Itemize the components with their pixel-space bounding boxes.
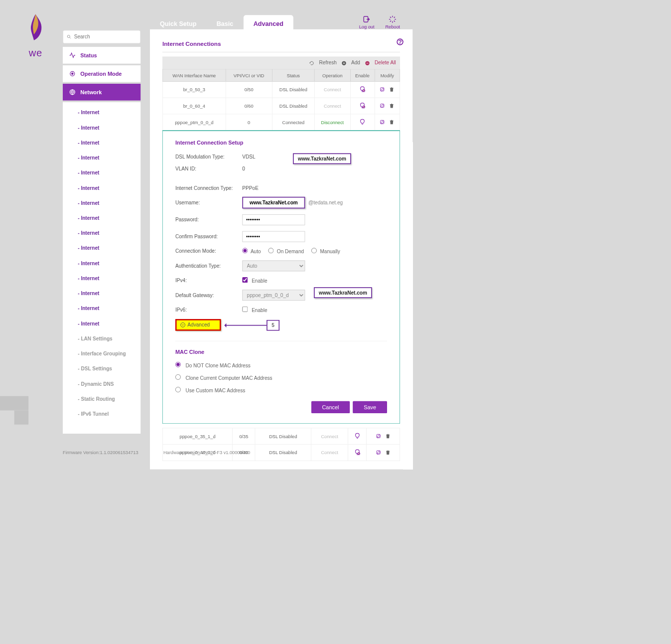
confirm-password-label: Confirm Password: bbox=[175, 234, 242, 240]
svg-point-3 bbox=[72, 73, 73, 74]
username-suffix: @tedata.net.eg bbox=[308, 200, 343, 206]
sidebar-item-internet[interactable]: Internet bbox=[78, 260, 140, 266]
edit-icon[interactable] bbox=[380, 119, 386, 125]
ipv6-enable[interactable]: Enable bbox=[242, 307, 267, 313]
password-label: Password: bbox=[175, 217, 242, 223]
search-icon bbox=[67, 34, 72, 40]
advanced-toggle[interactable]: Advanced bbox=[175, 319, 221, 331]
connection-mode-group[interactable]: Auto On Demand Manually bbox=[242, 248, 347, 254]
delete-all-button[interactable]: Delete All bbox=[365, 60, 396, 66]
brand-logo: we bbox=[21, 12, 50, 58]
table-row[interactable]: br_0_50_30/50DSL DisabledConnect bbox=[162, 81, 400, 98]
dsl-value: VDSL bbox=[242, 154, 255, 160]
save-button[interactable]: Save bbox=[353, 401, 387, 413]
sidebar-item-internet[interactable]: Internet bbox=[78, 306, 140, 312]
pulse-icon bbox=[69, 51, 76, 59]
sidebar-item-internet[interactable]: Internet bbox=[78, 185, 140, 191]
vlan-label: VLAN ID: bbox=[175, 166, 242, 172]
nav-network[interactable]: Network bbox=[63, 84, 140, 101]
nav-operation[interactable]: Operation Mode bbox=[63, 65, 140, 82]
sidebar-item[interactable]: IPv6 Tunnel bbox=[78, 411, 140, 417]
wan-table-bottom: pppoe_0_35_1_d0/35DSL DisabledConnectppp… bbox=[162, 428, 400, 461]
sidebar-item-internet[interactable]: Internet bbox=[78, 321, 140, 326]
decoration bbox=[14, 410, 29, 425]
svg-line-11 bbox=[394, 20, 395, 21]
setup-title: Internet Connection Setup bbox=[175, 140, 387, 146]
gateway-select[interactable]: pppoe_ptm_0_0_d bbox=[242, 290, 305, 301]
sidebar-item[interactable]: LAN Settings bbox=[78, 336, 140, 342]
connection-setup-panel: Internet Connection Setup DSL Modulation… bbox=[162, 130, 400, 424]
sidebar-item-internet[interactable]: Internet bbox=[78, 230, 140, 236]
refresh-button[interactable]: Refresh bbox=[309, 60, 337, 66]
enable-toggle[interactable] bbox=[350, 81, 375, 98]
firmware-version: Firmware Version:1.1.020061534713 bbox=[63, 450, 138, 455]
help-icon[interactable]: ? bbox=[397, 38, 403, 45]
enable-toggle[interactable] bbox=[350, 98, 375, 114]
trash-icon[interactable] bbox=[389, 119, 395, 125]
sidebar-item-internet[interactable]: Internet bbox=[78, 200, 140, 206]
edit-icon[interactable] bbox=[380, 103, 386, 109]
trash-icon[interactable] bbox=[389, 103, 395, 109]
hardware-version: Hardware Version:VN020-F3 v1.00000000 bbox=[163, 450, 250, 455]
conn-type-label: Internet Connection Type: bbox=[175, 185, 242, 191]
add-button[interactable]: Add bbox=[341, 60, 360, 66]
table-row[interactable]: pppoe_0_35_1_d0/35DSL DisabledConnect bbox=[162, 428, 400, 445]
svg-line-13 bbox=[394, 17, 395, 18]
username-input[interactable] bbox=[242, 197, 305, 209]
nav-status[interactable]: Status bbox=[63, 47, 140, 64]
dsl-label: DSL Modulation Type: bbox=[175, 154, 242, 160]
confirm-password-input[interactable] bbox=[242, 231, 305, 242]
table-row[interactable]: br_0_60_40/60DSL DisabledConnect bbox=[162, 98, 400, 114]
vlan-value: 0 bbox=[242, 166, 245, 172]
minus-icon bbox=[365, 61, 370, 66]
sidebar-item[interactable]: DSL Settings bbox=[78, 366, 140, 372]
sidebar-item-internet[interactable]: Internet bbox=[78, 155, 140, 161]
sidebar-item-internet[interactable]: Internet bbox=[78, 125, 140, 131]
globe-icon bbox=[69, 88, 76, 96]
reboot-button[interactable]: Reboot bbox=[385, 15, 400, 29]
search-box[interactable] bbox=[63, 30, 140, 43]
mac-clone-title: MAC Clone bbox=[175, 341, 387, 355]
sidebar-item[interactable]: Interface Grouping bbox=[78, 351, 140, 357]
trash-icon[interactable] bbox=[389, 87, 395, 93]
ipv6-label: IPv6: bbox=[175, 307, 242, 313]
svg-point-23 bbox=[181, 322, 185, 327]
sidebar-item-internet[interactable]: Internet bbox=[78, 276, 140, 282]
svg-line-10 bbox=[390, 17, 391, 18]
password-input[interactable] bbox=[242, 214, 305, 225]
plus-icon bbox=[341, 61, 346, 66]
sidebar-item-internet[interactable]: Internet bbox=[78, 110, 140, 116]
ipv4-label: IPv4: bbox=[175, 278, 242, 284]
sidebar-item-internet[interactable]: Internet bbox=[78, 140, 140, 146]
annotation-step: 5 bbox=[267, 320, 279, 331]
chevron-down-icon bbox=[180, 322, 186, 328]
ipv4-enable[interactable]: Enable bbox=[242, 277, 267, 284]
sidebar-item-internet[interactable]: Internet bbox=[78, 170, 140, 176]
edit-icon[interactable] bbox=[376, 433, 382, 439]
sidebar-item[interactable]: Static Routing bbox=[78, 396, 140, 402]
network-submenu: InternetInternetInternetInternetInternet… bbox=[63, 102, 140, 434]
auth-label: Authentication Type: bbox=[175, 263, 242, 269]
annotation-arrow bbox=[225, 325, 267, 326]
mac-clone-group[interactable]: Do NOT Clone MAC Address Clone Current C… bbox=[175, 362, 387, 394]
edit-icon[interactable] bbox=[380, 87, 386, 93]
table-row[interactable]: pppoe_ptm_0_0_d0ConnectedDisconnect bbox=[162, 114, 400, 131]
gateway-label: Default Gateway: bbox=[175, 292, 242, 298]
sidebar-item-internet[interactable]: Internet bbox=[78, 215, 140, 221]
sidebar-item-internet[interactable]: Internet bbox=[78, 291, 140, 297]
page-footer: Firmware Version:1.1.020061534713 Hardwa… bbox=[63, 446, 414, 455]
connection-mode-label: Connection Mode: bbox=[175, 248, 242, 254]
logout-button[interactable]: Log out bbox=[359, 15, 375, 29]
sidebar-item-internet[interactable]: Internet bbox=[78, 245, 140, 251]
cancel-button[interactable]: Cancel bbox=[311, 401, 350, 413]
auth-select[interactable]: Auto bbox=[242, 260, 305, 271]
enable-toggle[interactable] bbox=[350, 114, 375, 131]
search-input[interactable] bbox=[74, 34, 137, 40]
sidebar-item[interactable]: Dynamic DNS bbox=[78, 381, 140, 387]
svg-line-1 bbox=[70, 37, 71, 38]
enable-toggle[interactable] bbox=[348, 428, 367, 445]
refresh-icon bbox=[309, 61, 314, 66]
trash-icon[interactable] bbox=[385, 433, 391, 439]
wan-table: WAN Interface NameVPI/VCI or VIDStatusOp… bbox=[162, 69, 400, 131]
page-title: Internet Connections ? bbox=[162, 40, 400, 52]
